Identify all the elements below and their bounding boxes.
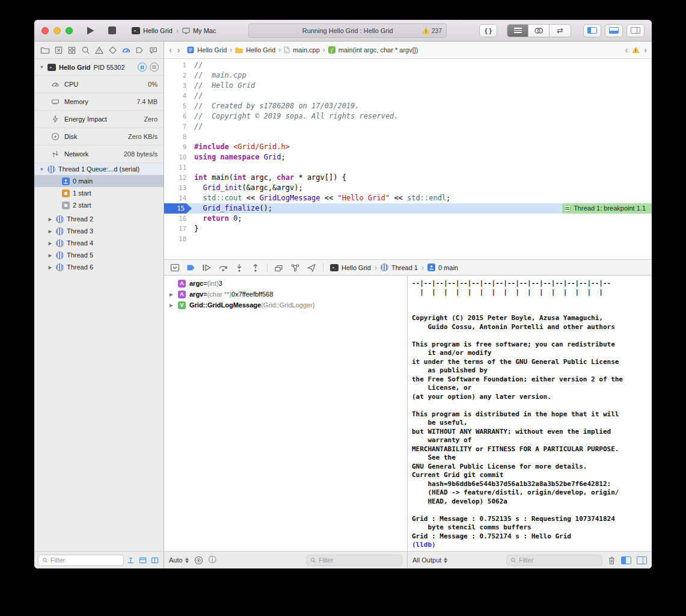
line-number[interactable]: 3 bbox=[164, 81, 192, 91]
simulate-location-button[interactable] bbox=[307, 263, 316, 273]
disclosure-triangle[interactable]: ▶ bbox=[47, 217, 53, 222]
line-number[interactable]: 8 bbox=[164, 132, 192, 142]
run-button[interactable] bbox=[86, 26, 95, 35]
memory-graph-button[interactable] bbox=[290, 263, 300, 273]
debugbar-crumb[interactable]: >_Hello Grid bbox=[330, 264, 371, 271]
thread-row[interactable]: 0 main bbox=[34, 175, 164, 187]
clear-console-button[interactable] bbox=[608, 556, 616, 565]
gauge-row-memory[interactable]: Memory7.4 MB bbox=[34, 93, 164, 111]
gauge-row-cpu[interactable]: CPU0% bbox=[34, 76, 164, 93]
sidebar-filter-field[interactable] bbox=[38, 555, 124, 566]
version-editor-button[interactable]: ⇄ bbox=[550, 25, 571, 37]
close-button[interactable] bbox=[41, 27, 49, 34]
line-number[interactable]: 17 bbox=[164, 224, 192, 234]
variables-filter-input[interactable] bbox=[319, 556, 398, 564]
line-number[interactable]: 9 bbox=[164, 142, 192, 152]
console-output[interactable]: --|--|--|--|--|--|--|--|--|--|--|--|--|-… bbox=[408, 276, 652, 551]
toggle-navigator-button[interactable] bbox=[583, 24, 601, 37]
disclosure-triangle[interactable]: ▶ bbox=[170, 303, 173, 308]
variable-row[interactable]: Aargc = (int) 3 bbox=[164, 278, 407, 289]
code-line[interactable]: 8 bbox=[164, 132, 652, 142]
code-line[interactable]: 12int main(int argc, char * argv[]) { bbox=[164, 173, 652, 183]
toggle-console-view-button[interactable] bbox=[637, 556, 647, 564]
quicklook-button[interactable] bbox=[194, 556, 203, 565]
line-number[interactable]: 10 bbox=[164, 152, 192, 162]
thread-row[interactable]: ▼Thread 1 Queue:...d (serial) bbox=[34, 163, 164, 175]
navigator-tab-source-control[interactable] bbox=[54, 45, 64, 55]
variables-list[interactable]: Aargc = (int) 3▶Aargv = (char **) 0x7ffe… bbox=[164, 276, 407, 551]
navigator-tab-issue[interactable] bbox=[94, 45, 104, 55]
hide-debug-area-button[interactable] bbox=[170, 263, 180, 273]
step-over-button[interactable] bbox=[218, 263, 228, 273]
line-number[interactable]: 6 bbox=[164, 111, 192, 122]
continue-button[interactable] bbox=[202, 263, 212, 273]
back-button[interactable]: ‹ bbox=[169, 45, 172, 55]
disclosure-triangle[interactable]: ▼ bbox=[39, 64, 44, 70]
previous-issue-button[interactable]: ‹ bbox=[625, 45, 628, 55]
code-line[interactable]: 5// Created by s1786208 on 17/03/2019. bbox=[164, 101, 652, 111]
gauge-row-disk[interactable]: DiskZero KB/s bbox=[34, 128, 164, 146]
line-number[interactable]: 5 bbox=[164, 101, 192, 111]
flatten-stack-button[interactable] bbox=[126, 555, 136, 565]
standard-editor-button[interactable] bbox=[507, 25, 528, 37]
code-line[interactable]: 3// Hello Grid bbox=[164, 81, 652, 91]
thread-row[interactable]: ▶Thread 3 bbox=[34, 225, 164, 237]
print-description-button[interactable]: ⓘ bbox=[209, 555, 216, 565]
jumpbar-crumb[interactable]: main.cpp bbox=[284, 46, 320, 54]
thread-row[interactable]: 1 start bbox=[34, 187, 164, 199]
console-filter-field[interactable] bbox=[506, 555, 602, 566]
minimize-button[interactable] bbox=[54, 27, 61, 34]
code-snippets-button[interactable]: { } bbox=[479, 24, 497, 37]
debug-view-hierarchy-button[interactable] bbox=[274, 263, 284, 273]
thread-row[interactable]: ▶Thread 2 bbox=[34, 213, 164, 225]
process-row[interactable]: ▼ >_ Hello Grid PID 55302 bbox=[34, 59, 164, 75]
code-line[interactable]: 15 Grid_finalize();Thread 1: breakpoint … bbox=[164, 203, 652, 214]
forward-button[interactable]: › bbox=[177, 45, 180, 55]
code-line[interactable]: 13 Grid_init(&argc,&argv); bbox=[164, 183, 652, 193]
breakpoint-annotation[interactable]: Thread 1: breakpoint 1.1 bbox=[562, 203, 652, 214]
gauge-row-network[interactable]: Network208 bytes/s bbox=[34, 146, 164, 163]
line-number[interactable]: 11 bbox=[164, 162, 192, 173]
variable-row[interactable]: ▶VGrid::GridLogMessage (Grid::GridLogger… bbox=[164, 300, 407, 310]
code-line[interactable]: 10using namespace Grid; bbox=[164, 152, 652, 162]
toggle-debug-area-button[interactable] bbox=[605, 24, 623, 37]
breakpoints-toggle-button[interactable] bbox=[186, 263, 195, 273]
navigator-tab-report[interactable] bbox=[148, 45, 158, 55]
disclosure-triangle[interactable]: ▶ bbox=[47, 241, 53, 246]
assistant-editor-button[interactable] bbox=[528, 25, 550, 37]
line-number[interactable]: 7 bbox=[164, 122, 192, 132]
thread-row[interactable]: ▶Thread 5 bbox=[34, 249, 164, 261]
view-options-button[interactable] bbox=[150, 63, 159, 72]
output-selector[interactable]: All Output bbox=[412, 556, 447, 564]
sidebar-filter-input[interactable] bbox=[51, 556, 120, 564]
variable-row[interactable]: ▶Aargv = (char **) 0x7ffeefbff568 bbox=[164, 289, 407, 300]
code-line[interactable]: 14 std::cout << GridLogMessage << "Hello… bbox=[164, 193, 652, 203]
disclosure-triangle[interactable]: ▶ bbox=[47, 229, 53, 234]
thread-row[interactable]: 2 start bbox=[34, 199, 164, 211]
toggle-inspectors-button[interactable] bbox=[626, 24, 645, 37]
source-editor[interactable]: 1//2// main.cpp3// Hello Grid4//5// Crea… bbox=[164, 59, 652, 259]
thread-row[interactable]: ▶Thread 6 bbox=[34, 261, 164, 273]
line-number[interactable]: 16 bbox=[164, 214, 192, 224]
code-line[interactable]: 1// bbox=[164, 60, 652, 70]
code-line[interactable]: 9#include <Grid/Grid.h> bbox=[164, 142, 652, 152]
step-into-button[interactable] bbox=[234, 263, 244, 273]
warning-count[interactable]: 237 bbox=[422, 27, 443, 34]
stack-view-button[interactable] bbox=[138, 555, 148, 565]
navigator-tab-find[interactable] bbox=[81, 45, 91, 55]
code-line[interactable]: 18 bbox=[164, 234, 652, 244]
code-line[interactable]: 16 return 0; bbox=[164, 214, 652, 224]
navigator-tab-test[interactable] bbox=[108, 45, 118, 55]
navigator-tab-breakpoint[interactable] bbox=[135, 45, 145, 55]
activity-viewer[interactable]: Running Hello Grid : Hello Grid 237 bbox=[248, 23, 447, 38]
code-line[interactable]: 11 bbox=[164, 162, 652, 173]
step-out-button[interactable] bbox=[251, 263, 260, 273]
columns-view-button[interactable] bbox=[150, 555, 160, 565]
code-line[interactable]: 2// main.cpp bbox=[164, 70, 652, 81]
stop-button[interactable] bbox=[108, 26, 116, 34]
code-line[interactable]: 6// Copyright © 2019 sopa. All rights re… bbox=[164, 111, 652, 122]
line-number[interactable]: 4 bbox=[164, 91, 192, 101]
scope-selector[interactable]: Auto bbox=[169, 556, 189, 564]
line-number[interactable]: 18 bbox=[164, 234, 192, 244]
navigator-tab-debug[interactable] bbox=[121, 45, 131, 55]
